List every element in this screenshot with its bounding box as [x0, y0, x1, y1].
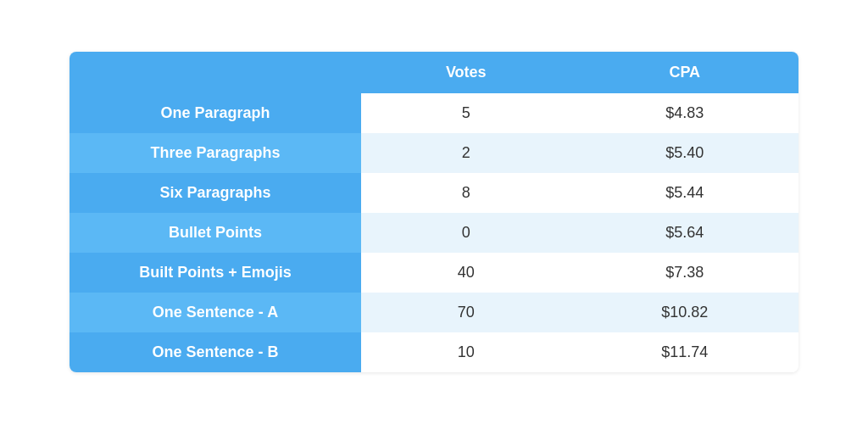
- row-votes: 40: [361, 253, 571, 293]
- col-header-cpa: CPA: [571, 52, 798, 93]
- row-label: One Sentence - B: [70, 332, 361, 372]
- row-label: Built Points + Emojis: [70, 253, 361, 293]
- row-label: Bullet Points: [70, 213, 361, 253]
- col-header-label: [70, 52, 361, 93]
- row-votes: 2: [361, 133, 571, 173]
- row-label: One Paragraph: [70, 93, 361, 133]
- row-cpa: $5.44: [571, 173, 798, 213]
- col-header-votes: Votes: [361, 52, 571, 93]
- row-cpa: $10.82: [571, 293, 798, 332]
- row-cpa: $4.83: [571, 93, 798, 133]
- table-row: Three Paragraphs2$5.40: [70, 133, 798, 173]
- row-votes: 70: [361, 293, 571, 332]
- table-row: One Paragraph5$4.83: [70, 93, 798, 133]
- data-table: Votes CPA One Paragraph5$4.83Three Parag…: [70, 52, 798, 372]
- row-cpa: $5.64: [571, 213, 798, 253]
- table-row: Bullet Points0$5.64: [70, 213, 798, 253]
- row-cpa: $5.40: [571, 133, 798, 173]
- table-row: Six Paragraphs8$5.44: [70, 173, 798, 213]
- row-label: Six Paragraphs: [70, 173, 361, 213]
- table-row: Built Points + Emojis40$7.38: [70, 253, 798, 293]
- row-votes: 0: [361, 213, 571, 253]
- row-cpa: $11.74: [571, 332, 798, 372]
- header-row: Votes CPA: [70, 52, 798, 93]
- table-row: One Sentence - A70$10.82: [70, 293, 798, 332]
- row-label: One Sentence - A: [70, 293, 361, 332]
- table-row: One Sentence - B10$11.74: [70, 332, 798, 372]
- row-votes: 10: [361, 332, 571, 372]
- row-cpa: $7.38: [571, 253, 798, 293]
- row-label: Three Paragraphs: [70, 133, 361, 173]
- row-votes: 8: [361, 173, 571, 213]
- row-votes: 5: [361, 93, 571, 133]
- table-wrapper: Votes CPA One Paragraph5$4.83Three Parag…: [70, 52, 798, 372]
